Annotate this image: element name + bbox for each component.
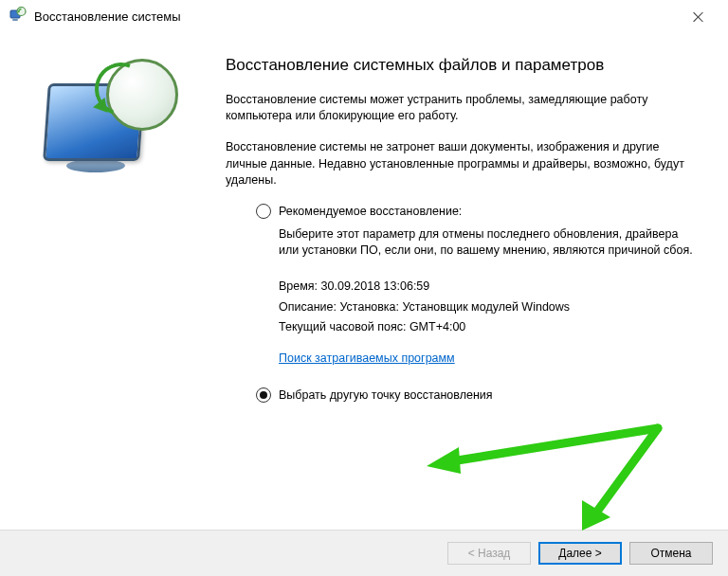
radio-recommended-label: Рекомендуемое восстановление: — [279, 205, 462, 218]
intro-paragraph-2: Восстановление системы не затронет ваши … — [226, 139, 700, 189]
window-title: Восстановление системы — [34, 9, 679, 24]
illustration-column — [17, 55, 216, 530]
app-icon — [9, 7, 27, 27]
cancel-button[interactable]: Отмена — [629, 542, 713, 565]
titlebar: Восстановление системы — [0, 0, 728, 32]
main-column: Восстановление системных файлов и параме… — [216, 55, 700, 530]
radio-other-label: Выбрать другую точку восстановления — [279, 388, 493, 402]
page-heading: Восстановление системных файлов и параме… — [226, 55, 700, 77]
svg-rect-1 — [12, 19, 18, 21]
restore-point-info: Время: 30.09.2018 13:06:59 Описание: Уст… — [279, 277, 700, 339]
restore-illustration — [46, 59, 188, 182]
radio-icon — [256, 204, 271, 219]
content-area: Восстановление системных файлов и параме… — [0, 32, 728, 530]
options-group: Рекомендуемое восстановление: Выберите э… — [226, 204, 700, 403]
info-description: Описание: Установка: Установщик модулей … — [279, 297, 700, 318]
button-bar: < Назад Далее > Отмена — [0, 530, 728, 576]
info-time: Время: 30.09.2018 13:06:59 — [279, 277, 700, 297]
radio-other[interactable]: Выбрать другую точку восстановления — [256, 387, 700, 403]
radio-icon — [256, 387, 271, 403]
system-restore-dialog: Восстановление системы Восстановление си… — [0, 0, 728, 576]
back-button: < Назад — [447, 542, 531, 565]
close-icon — [693, 11, 703, 22]
intro-paragraph-1: Восстановление системы может устранить п… — [226, 92, 700, 125]
recommended-description: Выберите этот параметр для отмены послед… — [279, 226, 700, 260]
radio-recommended[interactable]: Рекомендуемое восстановление: — [256, 204, 700, 219]
affected-programs-link[interactable]: Поиск затрагиваемых программ — [279, 351, 455, 365]
close-button[interactable] — [679, 3, 717, 29]
next-button[interactable]: Далее > — [538, 542, 622, 565]
info-timezone: Текущий часовой пояс: GMT+4:00 — [279, 317, 700, 338]
